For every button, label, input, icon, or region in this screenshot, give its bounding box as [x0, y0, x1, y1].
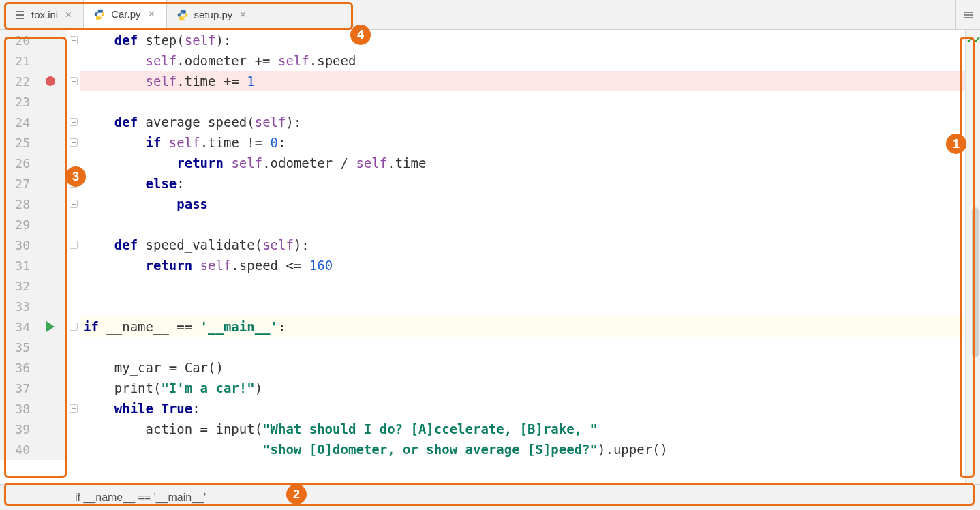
- gutter-marker[interactable]: [34, 30, 67, 50]
- close-tab-icon[interactable]: ✕: [63, 0, 74, 30]
- code-line[interactable]: 31 return self.speed <= 160: [0, 255, 965, 275]
- fold-handle-icon[interactable]: [70, 77, 78, 85]
- file-tab-0[interactable]: tox.ini✕: [4, 0, 84, 29]
- code-line[interactable]: 32: [0, 275, 965, 296]
- fold-handle-icon[interactable]: [70, 322, 78, 331]
- fold-column[interactable]: [67, 357, 80, 378]
- gutter-marker[interactable]: [34, 194, 67, 214]
- gutter-marker[interactable]: [34, 439, 67, 460]
- line-number[interactable]: 35: [0, 337, 34, 357]
- code-text[interactable]: return self.odometer / self.time: [80, 155, 965, 170]
- fold-column[interactable]: [67, 214, 80, 235]
- line-number[interactable]: 21: [0, 50, 34, 71]
- fold-column[interactable]: [67, 112, 80, 132]
- code-text[interactable]: self.odometer += self.speed: [80, 53, 965, 68]
- code-line[interactable]: 30 def speed_validate(self):: [0, 235, 965, 255]
- code-line[interactable]: 40 "show [O]dometer, or show average [S]…: [0, 439, 965, 460]
- fold-column[interactable]: [67, 439, 80, 460]
- code-editor[interactable]: 20 def step(self):21 self.odometer += se…: [0, 30, 965, 484]
- fold-column[interactable]: [67, 398, 80, 419]
- code-text[interactable]: my_car = Car(): [80, 360, 965, 375]
- gutter-marker[interactable]: [34, 357, 67, 378]
- tabbar-overflow[interactable]: [955, 0, 980, 29]
- code-line[interactable]: 34if __name__ == '__main__':: [0, 316, 965, 337]
- line-number[interactable]: 29: [0, 214, 34, 235]
- fold-column[interactable]: [67, 153, 80, 173]
- code-text[interactable]: if self.time != 0:: [80, 135, 965, 150]
- fold-column[interactable]: [67, 316, 80, 337]
- gutter-marker[interactable]: [34, 50, 67, 71]
- code-text[interactable]: self.time += 1: [80, 74, 965, 89]
- code-text[interactable]: while True:: [80, 401, 965, 416]
- code-line[interactable]: 35: [0, 337, 965, 357]
- code-text[interactable]: def speed_validate(self):: [80, 237, 965, 252]
- fold-column[interactable]: [67, 30, 80, 50]
- close-tab-icon[interactable]: ✕: [238, 0, 248, 30]
- line-number[interactable]: 25: [0, 132, 34, 153]
- gutter-marker[interactable]: [34, 398, 67, 419]
- code-text[interactable]: else:: [80, 176, 965, 191]
- line-number[interactable]: 40: [0, 439, 34, 460]
- fold-column[interactable]: [67, 50, 80, 71]
- run-gutter-icon[interactable]: [46, 321, 55, 332]
- validation-strip[interactable]: ✔✔: [965, 30, 980, 484]
- line-number[interactable]: 36: [0, 357, 34, 378]
- fold-column[interactable]: [67, 71, 80, 91]
- code-line[interactable]: 21 self.odometer += self.speed: [0, 50, 965, 71]
- fold-column[interactable]: [67, 419, 80, 439]
- line-number[interactable]: 28: [0, 194, 34, 214]
- code-line[interactable]: 38 while True:: [0, 398, 965, 419]
- fold-handle-icon[interactable]: [70, 241, 78, 249]
- gutter-marker[interactable]: [34, 112, 67, 132]
- code-text[interactable]: pass: [80, 196, 965, 211]
- code-line[interactable]: 33: [0, 296, 965, 316]
- fold-column[interactable]: [67, 173, 80, 194]
- fold-column[interactable]: [67, 275, 80, 296]
- gutter-marker[interactable]: [34, 173, 67, 194]
- gutter-marker[interactable]: [34, 316, 67, 337]
- code-line[interactable]: 23: [0, 91, 965, 112]
- line-number[interactable]: 30: [0, 235, 34, 255]
- code-line[interactable]: 22 self.time += 1: [0, 71, 965, 91]
- fold-column[interactable]: [67, 91, 80, 112]
- code-line[interactable]: 25 if self.time != 0:: [0, 132, 965, 153]
- line-number[interactable]: 34: [0, 316, 34, 337]
- code-text[interactable]: "show [O]dometer, or show average [S]pee…: [80, 442, 965, 457]
- scrollbar-thumb[interactable]: [972, 207, 979, 357]
- line-number[interactable]: 33: [0, 296, 34, 316]
- line-number[interactable]: 23: [0, 91, 34, 112]
- code-line[interactable]: 28 pass: [0, 194, 965, 214]
- breadcrumb-bar[interactable]: if __name__ == '__main__': [0, 484, 980, 510]
- file-tab-1[interactable]: Car.py✕: [84, 0, 166, 30]
- fold-column[interactable]: [67, 235, 80, 255]
- code-line[interactable]: 24 def average_speed(self):: [0, 112, 965, 132]
- gutter-marker[interactable]: [34, 71, 67, 91]
- line-number[interactable]: 32: [0, 275, 34, 296]
- line-number[interactable]: 37: [0, 378, 34, 398]
- gutter-marker[interactable]: [34, 378, 67, 398]
- close-tab-icon[interactable]: ✕: [147, 0, 157, 29]
- line-number[interactable]: 20: [0, 30, 34, 50]
- fold-handle-icon[interactable]: [70, 36, 78, 44]
- fold-handle-icon[interactable]: [70, 179, 78, 188]
- code-text[interactable]: if __name__ == '__main__':: [80, 319, 965, 334]
- gutter-marker[interactable]: [34, 337, 67, 357]
- line-number[interactable]: 38: [0, 398, 34, 419]
- line-number[interactable]: 31: [0, 255, 34, 275]
- code-line[interactable]: 27 else:: [0, 173, 965, 194]
- gutter-marker[interactable]: [34, 419, 67, 439]
- breadcrumb-segment[interactable]: if __name__ == '__main__': [75, 485, 206, 511]
- line-number[interactable]: 22: [0, 71, 34, 91]
- line-number[interactable]: 39: [0, 419, 34, 439]
- fold-handle-icon[interactable]: [70, 118, 78, 126]
- code-line[interactable]: 37 print("I'm a car!"): [0, 378, 965, 398]
- code-line[interactable]: 20 def step(self):: [0, 30, 965, 50]
- code-text[interactable]: action = input("What should I do? [A]cce…: [80, 421, 965, 436]
- fold-handle-icon[interactable]: [70, 200, 78, 208]
- fold-handle-icon[interactable]: [70, 138, 78, 147]
- fold-column[interactable]: [67, 378, 80, 398]
- gutter-marker[interactable]: [34, 91, 67, 112]
- gutter-marker[interactable]: [34, 255, 67, 275]
- code-line[interactable]: 26 return self.odometer / self.time: [0, 153, 965, 173]
- code-line[interactable]: 39 action = input("What should I do? [A]…: [0, 419, 965, 439]
